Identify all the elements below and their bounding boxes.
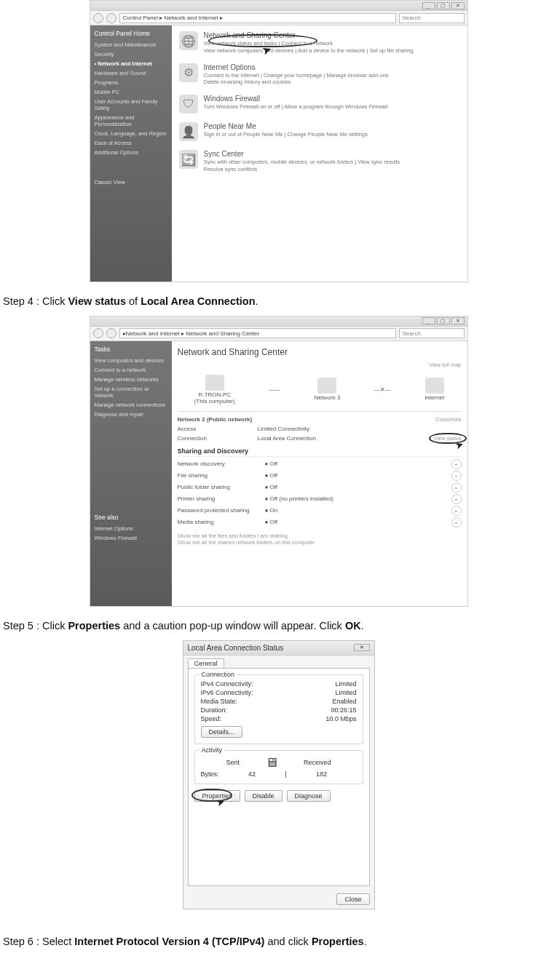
footer-link-1[interactable]: Show me all the files and folders I am s… (178, 533, 462, 539)
main-pane: Network and Sharing Center View full map… (172, 341, 467, 606)
customize-link[interactable]: Customize (435, 416, 461, 423)
expand-chevron-icon[interactable]: ⌄ (451, 506, 462, 516)
address-bar: ▸ Network and Internet ▸ Network and Sha… (90, 327, 467, 341)
step5-text: Step 5 : Click Properties and a caution … (3, 618, 554, 634)
expand-chevron-icon[interactable]: ⌄ (451, 471, 462, 481)
sidebar: Control Panel Home System and Maintenanc… (90, 25, 172, 282)
sidebar-item[interactable]: Appearance and Personalization (95, 113, 167, 129)
task-item[interactable]: View computers and devices (95, 356, 167, 365)
breadcrumb[interactable]: Control Panel ▸ Network and Internet ▸ (119, 13, 396, 23)
category-title[interactable]: Windows Firewall (204, 95, 388, 103)
sidebar-item[interactable]: Security (95, 49, 167, 59)
row-speed: Speed:10.0 Mbps (201, 714, 357, 723)
sidebar-item[interactable]: Programs (95, 78, 167, 87)
tab-general[interactable]: General (188, 658, 224, 668)
classic-view-link[interactable]: Classic View (95, 179, 167, 186)
dialog-titlebar: Local Area Connection Status ✕ (183, 641, 374, 656)
minimize-button[interactable]: _ (422, 317, 435, 324)
figure-control-panel: _ ▢ ✕ Control Panel ▸ Network and Intern… (90, 0, 468, 282)
main-pane: 🌐Network and Sharing CenterView network … (172, 25, 467, 282)
address-bar: Control Panel ▸ Network and Internet ▸ S… (90, 11, 467, 25)
expand-chevron-icon[interactable]: ⌄ (451, 459, 462, 469)
step4-text: Step 4 : Click View status of Local Area… (3, 294, 554, 310)
expand-chevron-icon[interactable]: ⌄ (451, 482, 462, 493)
sidebar-item[interactable]: Network and Internet (95, 59, 167, 68)
see-also-item[interactable]: Internet Options (95, 524, 167, 533)
access-row: AccessLimited Connectivity (178, 424, 462, 434)
globe-icon (425, 378, 444, 394)
disable-button[interactable]: Disable (245, 790, 283, 802)
sharing-row: Printer sharing● Off (no printers instal… (178, 493, 462, 505)
category-subtext[interactable]: Sync with other computers, mobile device… (204, 159, 400, 173)
sharing-row: Password protected sharing● On⌄ (178, 505, 462, 517)
forward-button[interactable] (106, 328, 116, 338)
category-icon: 👤 (179, 122, 198, 141)
footer-link-2[interactable]: Show me all the shared network folders o… (178, 539, 462, 546)
category-title[interactable]: People Near Me (204, 122, 368, 130)
maximize-button[interactable]: ▢ (437, 317, 450, 324)
sidebar-header: Control Panel Home (95, 30, 167, 37)
connection-row: Connection Local Area Connection View st… (178, 434, 462, 443)
task-item[interactable]: Set up a connection or network (95, 384, 167, 400)
category-row: ⚙Internet OptionsConnect to the Internet… (179, 63, 460, 87)
search-placeholder: Search (403, 15, 421, 21)
sharing-header: Sharing and Discovery (178, 447, 462, 457)
sharing-row: Media sharing● Off⌄ (178, 517, 462, 528)
sidebar-item[interactable]: Mobile PC (95, 87, 167, 97)
sidebar-item[interactable]: User Accounts and Family Safety (95, 97, 167, 113)
sidebar-item[interactable]: Hardware and Sound (95, 68, 167, 78)
category-title[interactable]: Sync Center (204, 150, 400, 158)
details-button[interactable]: Details... (201, 726, 242, 738)
dialog-body: Connection IPv4 Connectivity:Limited IPv… (188, 668, 370, 886)
sidebar-item[interactable]: System and Maintenance (95, 40, 167, 49)
search-input[interactable]: Search (399, 13, 465, 23)
sharing-row: Network discovery● Off⌄ (178, 458, 462, 470)
close-button[interactable]: ✕ (451, 317, 465, 324)
search-input[interactable]: Search (399, 328, 465, 338)
expand-chevron-icon[interactable]: ⌄ (451, 517, 462, 527)
sidebar-item[interactable]: Additional Options (95, 148, 167, 157)
maximize-button[interactable]: ▢ (437, 2, 450, 9)
task-item[interactable]: Manage wireless networks (95, 375, 167, 384)
node-this-pc: R-TRON-PC (This computer) (194, 375, 235, 405)
category-subtext[interactable]: Turn Windows Firewall on or off | Allow … (204, 103, 388, 111)
view-full-map-link[interactable]: View full map (178, 362, 462, 368)
diagnose-button[interactable]: Diagnose (287, 790, 331, 802)
category-row: 👤People Near MeSign in or out of People … (179, 122, 460, 141)
network-map: R-TRON-PC (This computer) —— Network 3 —… (178, 368, 462, 412)
category-title[interactable]: Internet Options (204, 63, 389, 71)
tabstrip: General (183, 656, 374, 668)
sidebar-item[interactable]: Clock, Language, and Region (95, 129, 167, 138)
task-item[interactable]: Diagnose and repair (95, 410, 167, 419)
breadcrumb-text: Control Panel ▸ Network and Internet ▸ (123, 15, 223, 21)
row-duration: Duration:00:26:15 (201, 706, 357, 714)
task-item[interactable]: Manage network connections (95, 400, 167, 410)
category-subtext[interactable]: Sign in or out of People Near Me | Chang… (204, 131, 368, 138)
close-button[interactable]: Close (336, 893, 369, 905)
close-icon[interactable]: ✕ (354, 644, 370, 651)
figure-sharing-center: _ ▢ ✕ ▸ Network and Internet ▸ Network a… (90, 316, 468, 607)
node-internet: Internet (424, 378, 444, 401)
node-network: Network 3 (314, 378, 340, 401)
see-also-item[interactable]: Windows Firewall (95, 533, 167, 543)
minimize-button[interactable]: _ (422, 2, 435, 9)
highlight-ring (191, 789, 232, 802)
close-button[interactable]: ✕ (451, 2, 465, 9)
task-item[interactable]: Connect to a network (95, 365, 167, 375)
breadcrumb[interactable]: ▸ Network and Internet ▸ Network and Sha… (119, 328, 396, 338)
window-titlebar: _ ▢ ✕ (90, 316, 467, 327)
row-ipv6: IPv6 Connectivity:Limited (201, 688, 357, 697)
row-media: Media State:Enabled (201, 697, 357, 706)
activity-icon: 🖥 (265, 755, 278, 770)
network-icon (317, 378, 336, 394)
category-subtext[interactable]: Connect to the Internet | Change your ho… (204, 72, 389, 87)
window-titlebar: _ ▢ ✕ (90, 1, 467, 11)
category-icon: 🌐 (179, 31, 198, 50)
category-icon: 🛡 (179, 95, 198, 113)
expand-chevron-icon[interactable]: ⌄ (451, 494, 462, 504)
sidebar-item[interactable]: Ease of Access (95, 138, 167, 148)
back-button[interactable] (93, 13, 103, 23)
dialog-title: Local Area Connection Status (188, 644, 284, 652)
back-button[interactable] (93, 328, 103, 338)
forward-button[interactable] (106, 13, 116, 23)
